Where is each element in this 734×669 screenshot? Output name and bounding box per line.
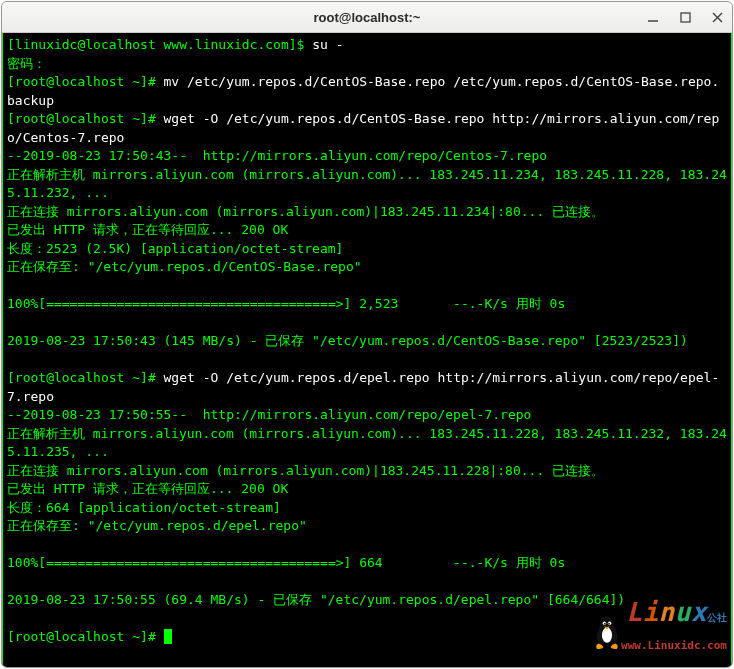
output-line: 正在解析主机 mirrors.aliyun.com (mirrors.aliyu…: [7, 167, 727, 201]
terminal-body[interactable]: [linuxidc@localhost www.linuxidc.com]$ s…: [2, 33, 732, 668]
svg-rect-1: [681, 13, 690, 22]
output-line: 已发出 HTTP 请求，正在等待回应... 200 OK: [7, 222, 288, 237]
output-line: --2019-08-23 17:50:55-- http://mirrors.a…: [7, 407, 531, 422]
close-button[interactable]: [706, 6, 728, 28]
svg-point-5: [602, 627, 612, 642]
output-line: 2019-08-23 17:50:43 (145 MB/s) - 已保存 "/e…: [7, 333, 688, 348]
svg-point-4: [594, 643, 619, 651]
output-line: 密码：: [7, 56, 46, 71]
prompt-user: [linuxidc@localhost www.linuxidc.com]$: [7, 37, 312, 52]
terminal-cursor: [164, 629, 172, 644]
output-line: 2019-08-23 17:50:55 (69.4 MB/s) - 已保存 "/…: [7, 592, 625, 607]
progress-bar: 100%[===================================…: [7, 296, 565, 311]
output-line: 正在保存至: "/etc/yum.repos.d/CentOS-Base.rep…: [7, 259, 362, 274]
output-line: 长度：2523 (2.5K) [application/octet-stream…: [7, 241, 343, 256]
window-controls: [632, 2, 728, 32]
svg-point-8: [604, 623, 606, 625]
prompt-root: [root@localhost ~]#: [7, 111, 164, 126]
prompt-root: [root@localhost ~]#: [7, 74, 164, 89]
prompt-root: [root@localhost ~]#: [7, 370, 164, 385]
minimize-button[interactable]: [642, 6, 664, 28]
output-line: 正在保存至: "/etc/yum.repos.d/epel.repo": [7, 518, 307, 533]
svg-point-6: [603, 622, 606, 625]
prompt-root: [root@localhost ~]#: [7, 629, 164, 644]
svg-point-7: [608, 622, 611, 625]
svg-point-9: [609, 623, 611, 625]
logo-text: Linux: [626, 597, 707, 627]
progress-bar: 100%[===================================…: [7, 555, 565, 570]
logo-url: www.Linuxidc.com: [621, 639, 727, 652]
output-line: 正在解析主机 mirrors.aliyun.com (mirrors.aliyu…: [7, 426, 727, 460]
window-title: root@localhost:~: [314, 10, 421, 25]
watermark-logo: Linux公社 www.Linuxidc.com: [543, 574, 727, 664]
output-line: 正在连接 mirrors.aliyun.com (mirrors.aliyun.…: [7, 204, 604, 219]
logo-sub: 公社: [707, 612, 727, 623]
window-titlebar: root@localhost:~: [2, 2, 732, 33]
output-line: --2019-08-23 17:50:43-- http://mirrors.a…: [7, 148, 547, 163]
maximize-button[interactable]: [674, 6, 696, 28]
cmd-su: su -: [312, 37, 343, 52]
output-line: 长度：664 [application/octet-stream]: [7, 500, 281, 515]
output-line: 已发出 HTTP 请求，正在等待回应... 200 OK: [7, 481, 288, 496]
output-line: 正在连接 mirrors.aliyun.com (mirrors.aliyun.…: [7, 463, 604, 478]
terminal-window: root@localhost:~ [linuxidc@localhost www…: [1, 1, 733, 668]
